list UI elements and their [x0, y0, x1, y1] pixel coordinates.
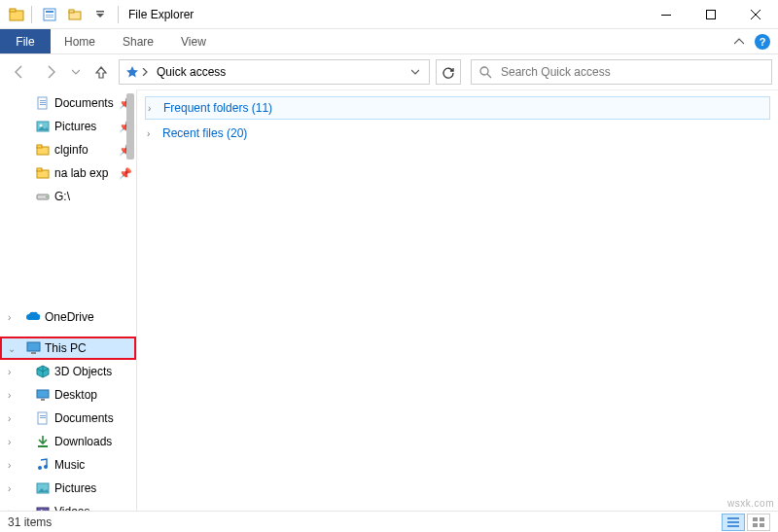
svg-rect-25	[31, 352, 36, 354]
svg-rect-13	[40, 100, 46, 101]
tree-item-desktop[interactable]: › Desktop	[0, 383, 136, 407]
chevron-right-icon[interactable]: ›	[8, 390, 19, 401]
scrollbar-thumb[interactable]	[126, 93, 134, 160]
svg-rect-24	[27, 342, 40, 351]
back-button[interactable]	[6, 58, 33, 86]
forward-button[interactable]	[37, 58, 64, 86]
help-button[interactable]: ?	[751, 29, 774, 53]
chevron-right-icon: ›	[148, 103, 158, 114]
tree-item-label: This PC	[45, 341, 87, 355]
tree-item-label: na lab exp	[54, 166, 108, 180]
tree-item-onedrive[interactable]: › OneDrive	[0, 305, 136, 329]
help-icon: ?	[755, 34, 770, 50]
chevron-right-icon[interactable]: ›	[8, 367, 19, 377]
svg-rect-42	[760, 523, 764, 527]
chevron-right-icon[interactable]: ›	[8, 413, 19, 424]
tree-item-clginfo[interactable]: clginfo 📌	[0, 138, 136, 161]
folder-icon	[35, 142, 51, 158]
chevron-right-icon[interactable]: ›	[8, 460, 19, 471]
up-button[interactable]	[88, 58, 115, 86]
tree-item-this-pc[interactable]: ⌄ This PC	[0, 337, 136, 360]
tree-item-documents[interactable]: Documents 📌	[0, 91, 136, 115]
group-header-frequent-folders[interactable]: › Frequent folders (11)	[145, 96, 770, 120]
minimize-button[interactable]	[644, 0, 689, 29]
tree-item-downloads[interactable]: › Downloads	[0, 430, 136, 453]
svg-rect-19	[37, 145, 42, 148]
svg-point-33	[44, 465, 48, 469]
tree-item-label: clginfo	[54, 143, 88, 157]
divider	[31, 6, 32, 23]
quick-access-toolbar	[27, 3, 123, 26]
refresh-button[interactable]	[436, 59, 461, 85]
titlebar: File Explorer	[0, 0, 778, 29]
item-count: 31 items	[8, 515, 52, 529]
minimize-ribbon-button[interactable]	[727, 29, 751, 53]
tree-item-label: Desktop	[54, 388, 97, 402]
svg-rect-7	[69, 10, 74, 13]
ribbon-tab-share[interactable]: Share	[109, 29, 167, 53]
tree-item-label: Documents	[54, 411, 114, 425]
navigation-bar: Quick access	[0, 54, 778, 89]
tree-item-label: G:\	[54, 190, 70, 203]
svg-rect-4	[46, 15, 53, 16]
svg-rect-5	[46, 17, 53, 18]
file-tab[interactable]: File	[0, 29, 51, 53]
ribbon-tab-view[interactable]: View	[167, 29, 220, 53]
tree-item-music[interactable]: › Music	[0, 453, 136, 477]
svg-rect-10	[707, 10, 716, 18]
svg-rect-37	[727, 521, 739, 523]
quick-access-star-icon	[124, 65, 141, 79]
ribbon-tab-home[interactable]: Home	[51, 29, 109, 53]
watermark: wsxk.com	[727, 498, 774, 509]
svg-point-11	[480, 67, 488, 75]
tree-item-label: Pictures	[54, 481, 96, 495]
svg-rect-14	[40, 102, 46, 103]
chevron-right-icon[interactable]: ›	[8, 312, 19, 323]
svg-rect-31	[38, 445, 48, 447]
tree-item-documents-pc[interactable]: › Documents	[0, 407, 136, 430]
qat-customize-button[interactable]	[88, 3, 112, 26]
qat-new-folder-button[interactable]	[63, 3, 87, 26]
group-header-recent-files[interactable]: › Recent files (20)	[145, 122, 770, 145]
tree-item-pictures-pc[interactable]: › Pictures	[0, 477, 136, 500]
tree-item-na-lab-exp[interactable]: na lab exp 📌	[0, 161, 136, 185]
folder-icon	[35, 165, 51, 181]
view-large-icons-button[interactable]	[747, 514, 770, 531]
address-bar[interactable]: Quick access	[119, 59, 430, 85]
svg-point-23	[46, 196, 48, 198]
svg-rect-41	[753, 523, 758, 527]
onedrive-icon	[25, 309, 41, 325]
address-dropdown-button[interactable]	[406, 68, 425, 76]
nav-pane-scrollbar[interactable]	[124, 89, 136, 511]
view-details-button[interactable]	[722, 514, 745, 531]
tree: Documents 📌 Pictures 📌 clginfo 📌 na lab …	[0, 89, 136, 511]
desktop-icon	[35, 387, 51, 403]
drive-icon	[35, 189, 51, 204]
chevron-right-icon: ›	[147, 128, 157, 139]
tree-item-pictures[interactable]: Pictures 📌	[0, 115, 136, 138]
music-icon	[35, 457, 51, 473]
tree-item-drive-g[interactable]: G:\	[0, 185, 136, 208]
svg-rect-1	[10, 9, 16, 12]
search-box[interactable]	[471, 59, 772, 85]
tree-item-label: Music	[54, 458, 85, 472]
documents-icon	[35, 95, 51, 111]
chevron-down-icon[interactable]: ⌄	[8, 343, 19, 354]
svg-rect-29	[40, 415, 46, 416]
this-pc-icon	[25, 340, 41, 356]
maximize-button[interactable]	[689, 0, 733, 29]
svg-rect-27	[41, 399, 45, 401]
chevron-right-icon[interactable]: ›	[8, 437, 19, 447]
svg-rect-36	[727, 517, 739, 519]
close-button[interactable]	[733, 0, 778, 29]
tree-item-label: OneDrive	[45, 310, 94, 324]
recent-locations-button[interactable]	[68, 58, 84, 86]
svg-rect-21	[37, 168, 42, 171]
breadcrumb[interactable]: Quick access	[153, 65, 230, 79]
documents-icon	[35, 410, 51, 426]
tree-item-3d-objects[interactable]: › 3D Objects	[0, 360, 136, 383]
tree-item-videos[interactable]: › Videos	[0, 500, 136, 511]
chevron-right-icon[interactable]: ›	[8, 483, 19, 494]
qat-properties-button[interactable]	[38, 3, 61, 26]
search-input[interactable]	[499, 64, 765, 80]
